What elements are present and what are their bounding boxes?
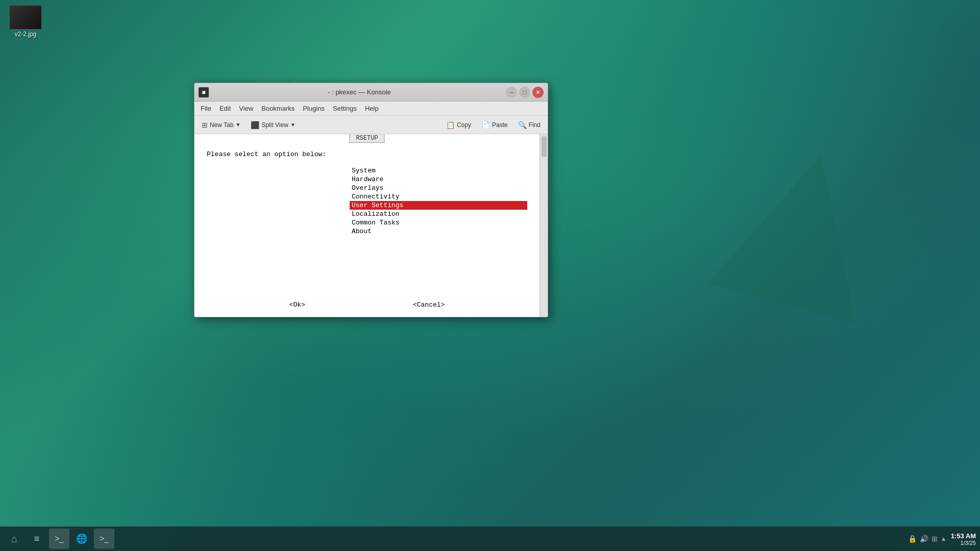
copy-icon: 📋 — [446, 121, 455, 129]
desktop-icon-v2-2[interactable]: v2-2.jpg — [5, 5, 46, 38]
new-tab-icon: ⊞ — [202, 121, 208, 129]
close-button[interactable]: ✕ — [532, 87, 544, 98]
menu-view[interactable]: View — [235, 104, 257, 113]
terminal-content: RSETUP Please select an option below: Sy… — [194, 134, 548, 317]
konsole-window: ■ - : pkexec — Konsole – □ ✕ File Edit V… — [194, 83, 548, 317]
copy-button[interactable]: 📋 Copy — [442, 119, 475, 131]
window-icon: ■ — [199, 87, 209, 97]
menu-option-about[interactable]: About — [350, 227, 527, 236]
taskbar-menu-button[interactable]: ≡ — [27, 529, 47, 549]
menu-option-user-settings[interactable]: User Settings — [350, 201, 527, 210]
taskbar-sys-icons: 🔒 🔊 ⊞ ▲ — [908, 535, 947, 543]
toolbar-left: ⊞ New Tab ▼ ⬛ Split View ▼ — [198, 119, 440, 131]
dialog-buttons: <Ok> <Cancel> — [194, 301, 540, 309]
taskbar-apps-button[interactable]: ⌂ — [4, 529, 24, 549]
toolbar: ⊞ New Tab ▼ ⬛ Split View ▼ 📋 Copy 📄 Past — [194, 116, 548, 134]
menu-settings[interactable]: Settings — [329, 104, 361, 113]
taskbar: ⌂ ≡ >_ 🌐 >_ 🔒 🔊 ⊞ ▲ 1:53 AM 1/3/25 — [0, 527, 980, 551]
taskbar-time: 1:53 AM — [951, 532, 976, 540]
paste-icon: 📄 — [481, 121, 490, 129]
taskbar-konsole-button[interactable]: >_ — [94, 529, 114, 549]
window-title: - : pkexec — Konsole — [213, 88, 506, 96]
taskbar-date: 1/3/25 — [951, 540, 976, 546]
minimize-button[interactable]: – — [506, 87, 517, 98]
cancel-button[interactable]: <Cancel> — [413, 301, 445, 309]
find-button[interactable]: 🔍 Find — [514, 119, 545, 131]
menu-option-connectivity[interactable]: Connectivity — [350, 192, 527, 201]
menu-option-common-tasks[interactable]: Common Tasks — [350, 218, 527, 227]
maximize-button[interactable]: □ — [519, 87, 530, 98]
split-view-icon: ⬛ — [251, 121, 259, 129]
terminal-inner[interactable]: RSETUP Please select an option below: Sy… — [194, 134, 540, 317]
scroll-thumb[interactable] — [542, 136, 547, 157]
menu-option-overlays[interactable]: Overlays — [350, 184, 527, 192]
title-bar: ■ - : pkexec — Konsole – □ ✕ — [194, 83, 548, 102]
menu-option-hardware[interactable]: Hardware — [350, 175, 527, 184]
desktop: v2-2.jpg ■ - : pkexec — Konsole – □ ✕ Fi… — [0, 0, 980, 551]
taskbar-network-icon[interactable]: ⊞ — [932, 535, 938, 543]
menu-plugins[interactable]: Plugins — [299, 104, 329, 113]
find-icon: 🔍 — [518, 121, 527, 129]
split-view-dropdown-icon[interactable]: ▼ — [290, 122, 296, 128]
scrollbar[interactable] — [540, 134, 548, 317]
taskbar-browser-button[interactable]: 🌐 — [71, 529, 92, 549]
new-tab-dropdown-icon[interactable]: ▼ — [235, 122, 240, 128]
taskbar-left: ⌂ ≡ >_ 🌐 >_ — [4, 529, 114, 549]
new-tab-button[interactable]: ⊞ New Tab ▼ — [198, 119, 244, 131]
menu-option-localization[interactable]: Localization — [350, 210, 527, 218]
desktop-icon-label: v2-2.jpg — [15, 31, 37, 38]
taskbar-lock-icon: 🔒 — [908, 535, 917, 543]
menu-edit[interactable]: Edit — [215, 104, 235, 113]
taskbar-right: 🔒 🔊 ⊞ ▲ 1:53 AM 1/3/25 — [908, 532, 976, 546]
menu-bar: File Edit View Bookmarks Plugins Setting… — [194, 102, 548, 116]
menu-option-system[interactable]: System — [350, 166, 527, 175]
menu-list: System Hardware Overlays Connectivity Us… — [350, 166, 527, 236]
ok-button[interactable]: <Ok> — [289, 301, 305, 309]
split-view-button[interactable]: ⬛ Split View ▼ — [247, 119, 299, 131]
menu-help[interactable]: Help — [361, 104, 383, 113]
tab-header[interactable]: RSETUP — [349, 134, 384, 143]
taskbar-terminal-button[interactable]: >_ — [49, 529, 69, 549]
taskbar-volume-icon[interactable]: 🔊 — [920, 535, 928, 543]
icon-thumbnail — [9, 5, 42, 30]
menu-file[interactable]: File — [197, 104, 215, 113]
window-controls: – □ ✕ — [506, 87, 544, 98]
taskbar-tray-arrow[interactable]: ▲ — [941, 535, 947, 542]
terminal-prompt: Please select an option below: — [207, 151, 527, 158]
taskbar-clock: 1:53 AM 1/3/25 — [951, 532, 976, 546]
paste-button[interactable]: 📄 Paste — [477, 119, 512, 131]
terminal-dialog: Please select an option below: System Ha… — [199, 138, 535, 244]
toolbar-right: 📋 Copy 📄 Paste 🔍 Find — [442, 119, 545, 131]
menu-bookmarks[interactable]: Bookmarks — [257, 104, 299, 113]
